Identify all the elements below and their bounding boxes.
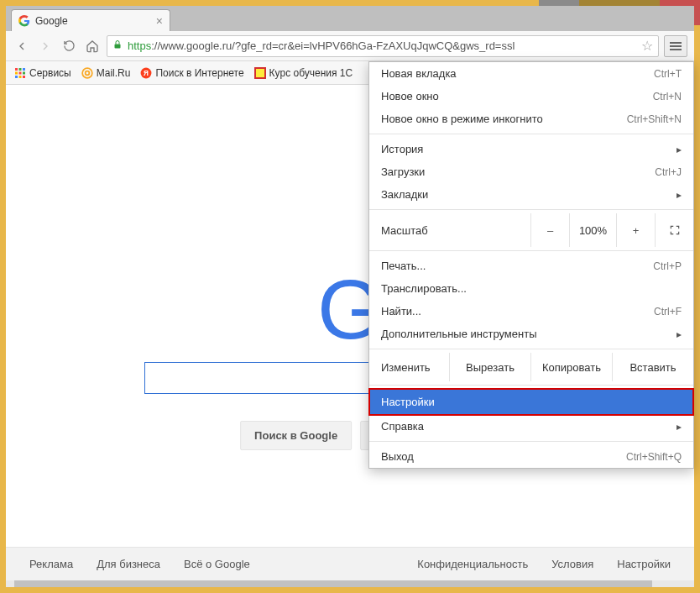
bookmark-course[interactable]: Курс обучения 1C xyxy=(254,67,353,79)
edit-copy[interactable]: Копировать xyxy=(531,353,613,381)
svg-rect-13 xyxy=(19,76,22,78)
svg-rect-14 xyxy=(23,76,25,78)
browser-window: Google × https://www.g xyxy=(0,0,700,593)
footer-about[interactable]: Всё о Google xyxy=(184,558,250,570)
forward-button[interactable] xyxy=(36,37,55,55)
menu-zoom-row: Масштаб – 100% + xyxy=(369,213,693,247)
zoom-value: 100% xyxy=(569,213,616,247)
menu-cast[interactable]: Транслировать... xyxy=(369,277,693,300)
footer-terms[interactable]: Условия xyxy=(551,558,593,570)
menu-exit[interactable]: Выход Ctrl+Shift+Q xyxy=(369,445,693,468)
menu-downloads[interactable]: Загрузки Ctrl+J xyxy=(369,160,693,183)
apps-icon xyxy=(14,67,26,79)
lock-icon xyxy=(112,39,123,52)
zoom-in-button[interactable]: + xyxy=(616,213,655,247)
menu-separator xyxy=(369,441,693,442)
tab-title: Google xyxy=(35,15,68,27)
menu-find[interactable]: Найти... Ctrl+F xyxy=(369,300,693,323)
bookmark-search[interactable]: Я Поиск в Интернете xyxy=(140,67,243,79)
menu-more-tools[interactable]: Дополнительные инструменты ▸ xyxy=(369,323,693,345)
tab-google[interactable]: Google × xyxy=(11,9,170,31)
footer-privacy[interactable]: Конфиденциальность xyxy=(417,558,528,570)
menu-settings[interactable]: Настройки xyxy=(369,389,693,415)
google-search-button[interactable]: Поиск в Google xyxy=(240,421,352,450)
menu-separator xyxy=(369,349,693,349)
menu-new-tab[interactable]: Новая вкладка Ctrl+T xyxy=(369,62,693,85)
chevron-right-icon: ▸ xyxy=(676,328,682,340)
svg-rect-11 xyxy=(23,71,25,74)
mailru-icon xyxy=(81,67,93,79)
footer-ads[interactable]: Реклама xyxy=(29,558,73,570)
toolbar: https://www.google.ru/?gfe_rd=cr&ei=lvHP… xyxy=(6,31,694,61)
footer-business[interactable]: Для бизнеса xyxy=(97,558,160,570)
edit-cut[interactable]: Вырезать xyxy=(450,353,531,381)
yandex-icon: Я xyxy=(140,67,152,79)
svg-rect-10 xyxy=(19,71,22,74)
main-menu-dropdown: Новая вкладка Ctrl+T Новое окно Ctrl+N Н… xyxy=(368,61,694,469)
course-icon xyxy=(254,67,266,79)
svg-rect-7 xyxy=(19,68,22,71)
hamburger-icon xyxy=(670,42,682,50)
horizontal-scrollbar[interactable] xyxy=(6,580,694,587)
chevron-right-icon: ▸ xyxy=(676,421,682,433)
edit-label: Изменить xyxy=(369,353,450,381)
menu-separator xyxy=(369,209,693,210)
menu-print[interactable]: Печать... Ctrl+P xyxy=(369,255,693,277)
back-button[interactable] xyxy=(13,37,31,55)
google-favicon-icon xyxy=(18,15,30,27)
svg-point-16 xyxy=(85,71,89,75)
bookmark-mailru[interactable]: Mail.Ru xyxy=(81,67,131,79)
bookmark-star-icon[interactable]: ☆ xyxy=(641,38,653,54)
svg-rect-6 xyxy=(15,68,18,71)
svg-rect-12 xyxy=(15,76,18,78)
svg-rect-9 xyxy=(15,71,18,74)
reload-button[interactable] xyxy=(60,37,78,55)
menu-separator xyxy=(369,385,693,386)
edit-paste[interactable]: Вставить xyxy=(613,353,693,381)
main-menu-button[interactable] xyxy=(664,35,687,57)
menu-separator xyxy=(369,134,693,134)
scrollbar-thumb[interactable] xyxy=(14,580,652,587)
menu-edit-row: Изменить Вырезать Копировать Вставить xyxy=(369,353,693,381)
svg-rect-20 xyxy=(256,69,264,77)
chevron-right-icon: ▸ xyxy=(676,189,682,201)
menu-incognito[interactable]: Новое окно в режиме инкогнито Ctrl+Shift… xyxy=(369,108,693,130)
home-button[interactable] xyxy=(83,37,102,55)
menu-separator xyxy=(369,250,693,251)
bookmark-services[interactable]: Сервисы xyxy=(14,67,71,79)
zoom-label: Масштаб xyxy=(381,224,530,237)
chevron-right-icon: ▸ xyxy=(676,144,682,155)
zoom-out-button[interactable]: – xyxy=(530,213,569,247)
fullscreen-button[interactable] xyxy=(655,213,693,247)
svg-rect-8 xyxy=(23,68,25,71)
address-bar[interactable]: https://www.google.ru/?gfe_rd=cr&ei=lvHP… xyxy=(107,35,659,57)
url-text: https://www.google.ru/?gfe_rd=cr&ei=lvHP… xyxy=(128,39,515,52)
menu-help[interactable]: Справка ▸ xyxy=(369,415,693,438)
svg-text:Я: Я xyxy=(144,69,149,76)
footer-settings[interactable]: Настройки xyxy=(617,558,671,570)
menu-bookmarks[interactable]: Закладки ▸ xyxy=(369,183,693,206)
tab-close-icon[interactable]: × xyxy=(156,14,163,28)
tab-strip: Google × xyxy=(6,6,694,31)
svg-point-15 xyxy=(82,68,92,78)
google-footer: Реклама Для бизнеса Всё о Google Конфиде… xyxy=(6,547,694,580)
menu-history[interactable]: История ▸ xyxy=(369,138,693,160)
menu-new-window[interactable]: Новое окно Ctrl+N xyxy=(369,85,693,108)
svg-rect-5 xyxy=(115,45,121,49)
